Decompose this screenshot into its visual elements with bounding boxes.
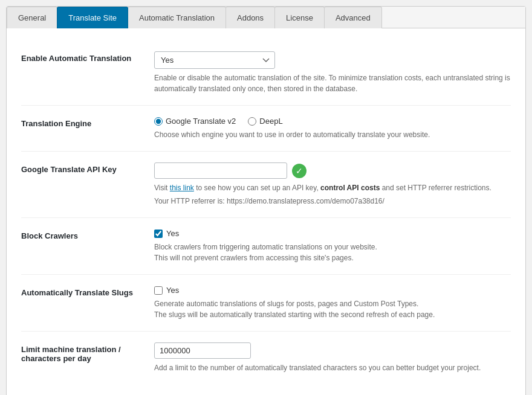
translation-engine-row: Translation Engine Google Translate v2 D… bbox=[21, 106, 511, 152]
auto-translate-slugs-row: Automatically Translate Slugs Yes Genera… bbox=[21, 275, 511, 332]
api-key-desc-middle: to see how you can set up an API key, bbox=[194, 184, 320, 192]
auto-translate-slugs-desc-line1: Generate automatic translations of slugs… bbox=[154, 298, 511, 309]
enable-auto-translation-label: Enable Automatic Translation bbox=[21, 51, 154, 63]
block-crawlers-description: Block crawlers from triggering automatic… bbox=[154, 242, 511, 263]
enable-auto-translation-field: Yes No Enable or disable the automatic t… bbox=[154, 51, 511, 94]
tabs-bar: General Translate Site Automatic Transla… bbox=[7, 7, 525, 28]
api-key-link[interactable]: this link bbox=[170, 184, 194, 192]
block-crawlers-desc-line2: This will not prevent crawlers from acce… bbox=[154, 252, 511, 263]
block-crawlers-desc-line1: Block crawlers from triggering automatic… bbox=[154, 242, 511, 252]
block-crawlers-checkbox-label[interactable]: Yes bbox=[154, 229, 511, 238]
api-key-desc-after: and set HTTP referrer restrictions. bbox=[380, 184, 491, 192]
radio-google-translate-input[interactable] bbox=[154, 117, 163, 126]
tab-license[interactable]: License bbox=[274, 7, 325, 28]
radio-google-translate-label: Google Translate v2 bbox=[166, 117, 236, 126]
translation-engine-radio-group: Google Translate v2 DeepL bbox=[154, 117, 511, 126]
google-api-key-input[interactable] bbox=[154, 162, 287, 179]
translation-engine-description: Choose which engine you want to use in o… bbox=[154, 129, 511, 140]
translation-engine-field: Google Translate v2 DeepL Choose which e… bbox=[154, 117, 511, 140]
google-api-key-label: Google Translate API Key bbox=[21, 162, 154, 174]
http-referrer-value: https://demo.translatepress.com/demo07a3… bbox=[227, 197, 384, 205]
enable-auto-translation-description: Enable or disable the automatic translat… bbox=[154, 72, 511, 94]
radio-google-translate[interactable]: Google Translate v2 bbox=[154, 117, 236, 126]
block-crawlers-field: Yes Block crawlers from triggering autom… bbox=[154, 229, 511, 263]
auto-translate-slugs-description: Generate automatic translations of slugs… bbox=[154, 298, 511, 320]
google-api-key-field: ✓ Visit this link to see how you can set… bbox=[154, 162, 511, 207]
settings-container: General Translate Site Automatic Transla… bbox=[6, 6, 526, 395]
auto-translate-slugs-field: Yes Generate automatic translations of s… bbox=[154, 286, 511, 320]
google-api-key-row: Google Translate API Key ✓ Visit this li… bbox=[21, 152, 511, 218]
google-api-key-description: Visit this link to see how you can set u… bbox=[154, 182, 511, 207]
http-referrer-label: Your HTTP referrer is: bbox=[154, 197, 225, 205]
tab-advanced[interactable]: Advanced bbox=[324, 7, 382, 28]
tab-content: Enable Automatic Translation Yes No Enab… bbox=[7, 28, 525, 395]
auto-translate-slugs-checkbox[interactable] bbox=[154, 286, 163, 295]
tab-addons[interactable]: Addons bbox=[225, 7, 275, 28]
api-key-valid-icon: ✓ bbox=[292, 164, 307, 178]
auto-translate-slugs-checkbox-label[interactable]: Yes bbox=[154, 286, 511, 295]
api-key-desc-before: Visit bbox=[154, 184, 170, 192]
auto-translate-slugs-desc-line2: The slugs will be automatically translat… bbox=[154, 309, 511, 320]
tab-translate-site[interactable]: Translate Site bbox=[57, 7, 128, 28]
translation-engine-label: Translation Engine bbox=[21, 117, 154, 128]
radio-deepl[interactable]: DeepL bbox=[248, 117, 282, 126]
enable-auto-translation-select[interactable]: Yes No bbox=[154, 51, 275, 69]
auto-translate-slugs-label: Automatically Translate Slugs bbox=[21, 286, 154, 297]
api-key-input-row: ✓ bbox=[154, 162, 511, 179]
tab-automatic-translation[interactable]: Automatic Translation bbox=[128, 7, 226, 28]
http-referrer: Your HTTP referrer is: https://demo.tran… bbox=[154, 196, 511, 207]
limit-translation-input[interactable] bbox=[154, 342, 251, 359]
auto-translate-slugs-checkbox-text: Yes bbox=[166, 286, 179, 295]
block-crawlers-checkbox-text: Yes bbox=[166, 229, 179, 238]
block-crawlers-checkbox[interactable] bbox=[154, 230, 163, 238]
limit-translation-description: Add a limit to the number of automatical… bbox=[154, 362, 511, 373]
radio-deepl-label: DeepL bbox=[259, 117, 282, 126]
radio-deepl-input[interactable] bbox=[248, 117, 256, 126]
block-crawlers-label: Block Crawlers bbox=[21, 229, 154, 240]
block-crawlers-row: Block Crawlers Yes Block crawlers from t… bbox=[21, 218, 511, 275]
api-key-desc-bold: control API costs bbox=[320, 184, 380, 192]
limit-translation-field: Add a limit to the number of automatical… bbox=[154, 342, 511, 373]
limit-translation-label: Limit machine translation / characters p… bbox=[21, 342, 154, 363]
tab-general[interactable]: General bbox=[7, 7, 57, 28]
enable-auto-translation-row: Enable Automatic Translation Yes No Enab… bbox=[21, 40, 511, 106]
limit-translation-row: Limit machine translation / characters p… bbox=[21, 332, 511, 384]
